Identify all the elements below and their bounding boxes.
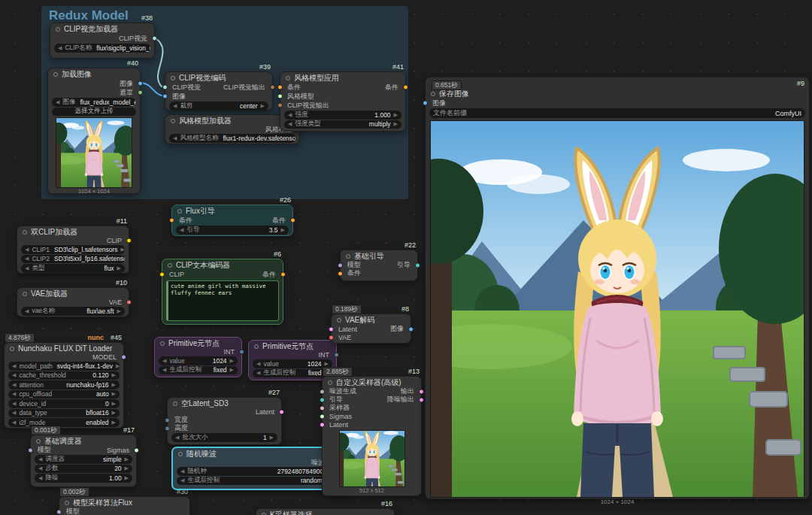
input-slot-image[interactable]	[423, 101, 428, 106]
output-slot-image[interactable]	[138, 81, 143, 86]
node-clip-vision-loader[interactable]: #38 CLIP视觉加载器 CLIP视觉 CLIP名称flux\sigclip_…	[50, 23, 155, 59]
widget-image-file[interactable]: 图像flux_redux_model_example.png	[52, 98, 136, 107]
node-clip-text-encode[interactable]: #6 CLIP文本编码器 CLIP条件 cute anime girl with…	[162, 259, 283, 325]
output-slot-denoised-output[interactable]	[419, 397, 424, 402]
output-slot-image[interactable]	[408, 326, 414, 332]
input-slot-height[interactable]	[165, 426, 170, 431]
node-load-image[interactable]: #40 加载图像 图像 遮罩 图像flux_redux_model_exampl…	[47, 68, 141, 194]
node-sampler-custom-advanced[interactable]: 2.885秒 #13 自定义采样器(高级) 噪波生成输出 引导降噪输出 采样器 …	[322, 376, 422, 496]
widget-data-type[interactable]: data_typebfloat16	[8, 409, 120, 418]
collapse-icon[interactable]	[177, 209, 182, 214]
input-slot-guider[interactable]	[320, 397, 325, 402]
collapse-icon[interactable]	[10, 347, 14, 351]
collapse-icon[interactable]	[53, 72, 58, 77]
widget-filename-prefix[interactable]: 文件名前缀ComfyUI	[429, 108, 805, 118]
widget-denoise[interactable]: 降噪1.00	[35, 474, 132, 483]
node-basic-guider[interactable]: #22 基础引导 模型引导 条件	[340, 250, 418, 281]
node-empty-latent-sd3[interactable]: #27 空Latent_SD3 Latent 宽度 高度 批次大小1	[167, 397, 282, 445]
input-slot-conditioning[interactable]	[277, 85, 283, 90]
comfyui-node-graph-canvas[interactable]: Redux Model #38 CLIP视觉加载器 CLIP视觉 CLIP名称f…	[0, 0, 812, 515]
widget-steps[interactable]: 步数20	[35, 465, 132, 474]
widget-seed[interactable]: 随机种279248078490072	[177, 467, 341, 476]
collapse-icon[interactable]	[431, 92, 435, 96]
widget-type[interactable]: 类型flux	[21, 264, 125, 273]
output-slot-int[interactable]	[239, 350, 244, 355]
widget-clip1[interactable]: CLIP1SD3\clip_l.safetensors	[21, 245, 125, 254]
output-slot-output[interactable]	[419, 389, 424, 394]
collapse-icon[interactable]	[171, 119, 175, 123]
node-clip-vision-encode[interactable]: #39 CLIP视觉编码 CLIP视觉CLIP视觉输出 图像 裁剪center	[165, 71, 273, 111]
widget-value[interactable]: value1024	[159, 356, 238, 365]
collapse-icon[interactable]	[262, 513, 266, 515]
collapse-icon[interactable]	[171, 76, 175, 80]
collapse-icon[interactable]	[160, 341, 165, 346]
widget-style-model-name[interactable]: 风格模型名称flux1-redux-dev.safetensors	[169, 134, 295, 143]
widget-vae-name[interactable]: vae名称flux\ae.sft	[21, 307, 125, 316]
output-slot-int[interactable]	[334, 353, 339, 358]
upload-button[interactable]: 选择文件上传	[52, 108, 136, 117]
node-basic-scheduler[interactable]: 0.001秒 #17 基础调度器 模型Sigmas 调度器simple 步数20…	[30, 435, 137, 487]
input-slot-clip-vision-output[interactable]	[277, 103, 283, 108]
input-slot-conditioning[interactable]	[338, 271, 343, 276]
widget-value[interactable]: value1024	[253, 359, 332, 368]
output-slot-guider[interactable]	[415, 262, 420, 268]
widget-control-after-generate[interactable]: 生成后控制randomize	[177, 477, 341, 486]
input-slot-clip[interactable]	[159, 272, 165, 277]
widget-crop[interactable]: 裁剪center	[169, 101, 268, 111]
widget-model-path[interactable]: model_pathsvdq-int4-flux.1-dev	[8, 362, 120, 371]
node-flux-guidance[interactable]: #26 Flux引导 条件条件 引导3.5	[171, 204, 293, 236]
input-slot-model[interactable]	[338, 262, 343, 268]
input-slot-model[interactable]	[28, 447, 33, 453]
widget-device-id[interactable]: device_id0	[8, 399, 120, 408]
widget-cache-threshold[interactable]: cache_threshold0.120	[8, 371, 120, 380]
input-slot-latent[interactable]	[329, 326, 334, 332]
input-slot-model[interactable]	[56, 509, 62, 514]
output-slot-sigmas[interactable]	[134, 447, 139, 453]
output-slot-clip-vision-output[interactable]	[270, 85, 275, 90]
node-random-noise[interactable]: 随机噪波 噪波生成 随机种279248078490072 生成后控制random…	[171, 447, 347, 490]
output-slot-model[interactable]	[121, 355, 126, 360]
node-dual-clip-loader[interactable]: #11 双CLIP加载器 CLIP CLIP1SD3\clip_l.safete…	[17, 226, 129, 274]
output-slot-vae[interactable]	[126, 300, 132, 305]
prompt-textarea[interactable]: cute anime girl with massive fluffy fenn…	[166, 280, 279, 321]
input-slot-clip-vision[interactable]	[162, 85, 168, 90]
input-slot-noise[interactable]	[320, 389, 325, 394]
collapse-icon[interactable]	[36, 439, 41, 444]
output-slot-clip-vision[interactable]	[152, 36, 157, 41]
collapse-icon[interactable]	[254, 344, 259, 349]
collapse-icon[interactable]	[23, 230, 27, 235]
node-primitive-int-width[interactable]: Primitive元节点 INT value1024 生成后控制fixed	[154, 337, 242, 377]
input-slot-sigmas[interactable]	[320, 414, 325, 419]
widget-strength-type[interactable]: 强度类型multiply	[284, 120, 401, 129]
node-nunchaku-flux-dit-loader[interactable]: 4.876秒 nunc #45 Nunchaku FLUX DiT Loader…	[4, 342, 124, 429]
input-slot-width[interactable]	[165, 417, 170, 423]
output-slot-conditioning[interactable]	[403, 85, 408, 90]
input-slot-sampler[interactable]	[320, 405, 325, 410]
widget-clip-name[interactable]: CLIP名称flux\sigclip_vision_patch14_384.sa…	[54, 44, 150, 53]
output-slot-latent[interactable]	[279, 410, 284, 415]
output-slot-mask[interactable]	[138, 90, 143, 95]
output-slot-conditioning[interactable]	[280, 272, 286, 277]
widget-clip2[interactable]: CLIP2SD3\t5xxl_fp16.safetensors	[21, 255, 125, 264]
widget-scheduler[interactable]: 调度器simple	[35, 455, 132, 464]
widget-attention[interactable]: attentionnunchaku-fp16	[8, 380, 120, 389]
collapse-icon[interactable]	[173, 401, 177, 406]
input-slot-style-model[interactable]	[277, 94, 283, 99]
widget-control-after-generate[interactable]: 生成后控制fixed	[253, 369, 332, 378]
output-slot-conditioning[interactable]	[290, 218, 295, 223]
collapse-icon[interactable]	[65, 501, 69, 505]
node-save-image[interactable]: 0.651秒 #9 保存图像 图像 文件名前缀ComfyUI 1024 × 10…	[425, 77, 810, 499]
widget-batch-size[interactable]: 批次大小1	[171, 433, 277, 442]
node-vae-decode[interactable]: 0.189秒 #8 VAE解码 Latent图像 VAE	[331, 314, 411, 344]
node-model-sampling-flux[interactable]: 0.002秒 #30 模型采样算法Flux 模型	[59, 496, 190, 515]
node-style-model-apply[interactable]: #41 风格模型应用 条件条件 风格模型 CLIP视觉输出 强度1.000 强度…	[280, 71, 406, 132]
widget-i2f-mode[interactable]: i2f_modeenabled	[8, 418, 120, 427]
node-ksampler-select[interactable]: #16 K采样器选择	[256, 508, 395, 515]
input-slot-vae[interactable]	[329, 335, 334, 340]
collapse-icon[interactable]	[286, 76, 290, 80]
input-slot-latent[interactable]	[320, 422, 325, 427]
widget-guidance[interactable]: 引导3.5	[176, 226, 289, 235]
collapse-icon[interactable]	[23, 292, 27, 296]
collapse-icon[interactable]	[328, 380, 332, 385]
node-vae-loader[interactable]: #10 VAE加载器 VAE vae名称flux\ae.sft	[17, 287, 129, 317]
